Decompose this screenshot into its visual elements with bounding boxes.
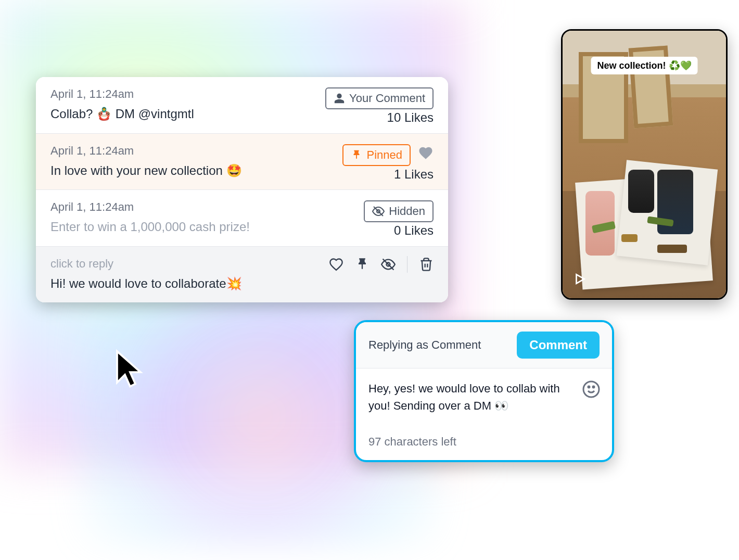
likes-count: 10 Likes xyxy=(387,110,434,125)
comment-item[interactable]: April 1, 11:24am In love with your new c… xyxy=(36,134,448,190)
reply-body[interactable]: Hey, yes! we would love to collab with y… xyxy=(356,368,612,426)
badge-row: Your Comment xyxy=(325,87,434,109)
svg-marker-4 xyxy=(577,274,584,283)
action-divider xyxy=(407,256,407,273)
play-icon[interactable] xyxy=(573,272,587,288)
cursor-icon xyxy=(114,349,146,390)
your-comment-badge: Your Comment xyxy=(325,87,434,109)
video-caption: New collection! ♻️💚 xyxy=(591,57,697,74)
like-icon[interactable] xyxy=(329,257,343,272)
badge-label: Pinned xyxy=(366,148,402,162)
hide-icon[interactable] xyxy=(381,257,396,272)
comment-item[interactable]: April 1, 11:24am Enter to win a 1,000,00… xyxy=(36,190,448,247)
user-icon xyxy=(334,93,345,104)
svg-point-7 xyxy=(593,386,594,388)
likes-count: 1 Likes xyxy=(394,167,434,182)
badge-label: Hidden xyxy=(389,205,425,218)
char-counter: 97 characters left xyxy=(356,426,612,460)
emoji-picker-icon[interactable] xyxy=(582,380,601,401)
reply-input-row[interactable]: click to reply Hi! we would love to coll… xyxy=(36,247,448,303)
pin-icon xyxy=(351,149,362,161)
badge-row: Hidden xyxy=(364,200,434,222)
reply-actions xyxy=(329,256,434,273)
badge-row: Pinned xyxy=(342,144,434,166)
reply-text-input[interactable]: Hey, yes! we would love to collab with y… xyxy=(368,380,565,414)
comments-panel: April 1, 11:24am Collab? 🪆 DM @vintgmtl … xyxy=(36,77,448,302)
eye-off-icon xyxy=(372,205,385,218)
svg-point-5 xyxy=(583,381,599,397)
delete-icon[interactable] xyxy=(419,257,434,272)
video-preview[interactable]: New collection! ♻️💚 xyxy=(561,29,728,300)
comment-item[interactable]: April 1, 11:24am Collab? 🪆 DM @vintgmtl … xyxy=(36,77,448,134)
pinned-badge: Pinned xyxy=(342,144,411,166)
submit-comment-button[interactable]: Comment xyxy=(517,332,600,359)
badge-label: Your Comment xyxy=(349,92,425,105)
svg-point-6 xyxy=(588,386,590,388)
reply-mode-label: Replying as Comment xyxy=(368,338,481,352)
like-heart-icon[interactable] xyxy=(418,145,434,164)
likes-count: 0 Likes xyxy=(394,223,434,238)
reply-compose-card: Replying as Comment Comment Hey, yes! we… xyxy=(354,320,614,462)
reply-text: Hi! we would love to collaborate💥 xyxy=(50,275,434,292)
hidden-badge: Hidden xyxy=(364,200,434,222)
pin-icon[interactable] xyxy=(355,257,370,272)
reply-header: Replying as Comment Comment xyxy=(356,322,612,368)
